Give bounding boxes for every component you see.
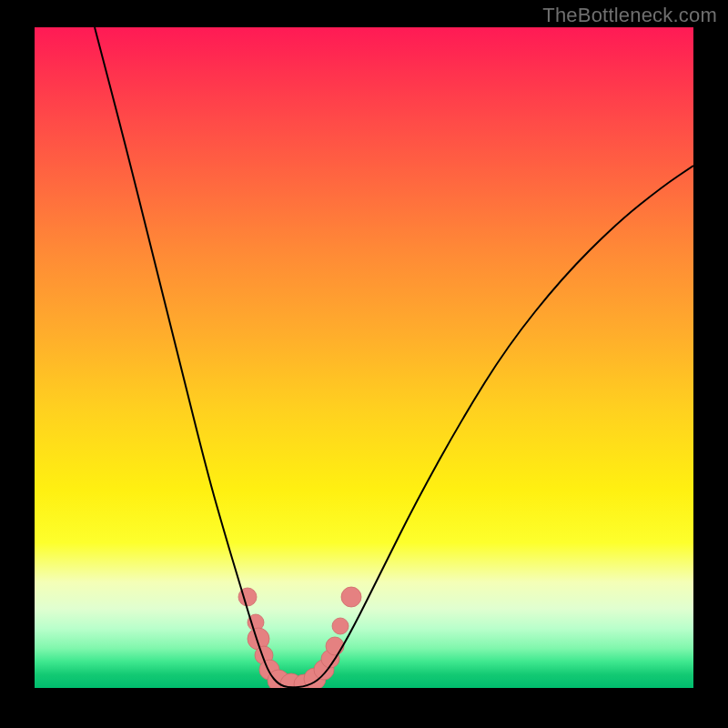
cluster-marker: [341, 587, 361, 607]
main-curve: [95, 27, 693, 687]
curve-layer: [35, 27, 693, 688]
plot-area: [35, 27, 693, 688]
cluster-marker: [326, 637, 344, 655]
watermark-text: TheBottleneck.com: [542, 4, 717, 27]
cluster-marker: [332, 618, 349, 634]
chart-frame: TheBottleneck.com: [0, 0, 728, 728]
